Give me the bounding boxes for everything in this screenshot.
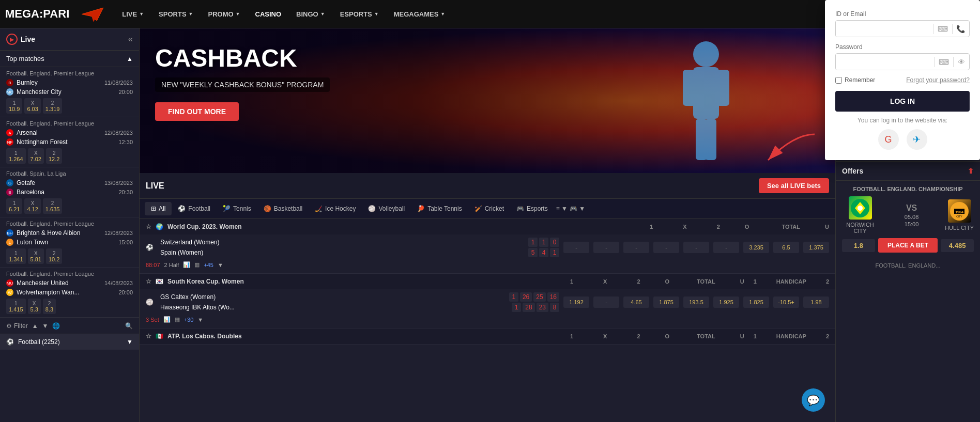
star-atp[interactable]: ☆	[146, 333, 151, 340]
sk-odds-u[interactable]: 1.98	[803, 296, 829, 308]
filter-button[interactable]: ⚙ Filter	[6, 322, 28, 330]
search-icon[interactable]: 🔍	[125, 322, 133, 330]
odds-2-x[interactable]: X7.02	[28, 148, 44, 164]
nav-esports[interactable]: ESPORTS▼	[334, 0, 385, 28]
id-email-input[interactable]	[836, 21, 933, 37]
odds-left-value[interactable]: 1.8	[842, 239, 875, 252]
sidebar-live-btn[interactable]: ▶ Live	[6, 34, 35, 45]
sk-odds-total[interactable]: -10.5+	[773, 296, 799, 308]
odds-4-2[interactable]: 210.2	[46, 248, 62, 264]
wc-stats-icon[interactable]: 📊	[183, 261, 190, 268]
tab-football[interactable]: ⚽ Football	[172, 202, 217, 215]
sort-down-icon[interactable]: ▼	[42, 322, 49, 330]
chevron-up-icon[interactable]: ▲	[127, 55, 133, 62]
gamepad-icon[interactable]: 🎮 ▼	[570, 205, 585, 212]
telegram-login-button[interactable]: ✈	[907, 129, 927, 150]
remember-check[interactable]: Remember	[835, 76, 875, 84]
nav-bingo[interactable]: BINGO▼	[290, 0, 331, 28]
wc-odds-1x[interactable]: -	[653, 242, 679, 253]
forgot-password-link[interactable]: Forgot your password?	[906, 76, 970, 84]
remember-checkbox[interactable]	[835, 77, 842, 84]
chat-bubble-button[interactable]: 💬	[802, 388, 825, 412]
wc-odds-2x[interactable]: -	[713, 242, 739, 253]
wc-odds-2[interactable]: -	[623, 242, 649, 253]
odds-5-1[interactable]: 11.415	[6, 299, 26, 314]
password-input[interactable]	[836, 54, 934, 70]
odds-1-x[interactable]: X6.03	[24, 98, 40, 114]
tab-tabletennis[interactable]: 🏓 Table Tennis	[411, 202, 468, 215]
sk-odds-2x[interactable]: 1.925	[713, 296, 739, 308]
star-southkorea[interactable]: ☆	[146, 278, 151, 285]
wc-odds-1[interactable]: -	[563, 242, 589, 253]
odds-5-2[interactable]: 28.3	[43, 299, 56, 314]
tab-tennis[interactable]: 🎾 Tennis	[217, 202, 257, 215]
odds-4-1[interactable]: 11.341	[6, 248, 26, 264]
sk-odds-1[interactable]: 1.192	[563, 296, 589, 308]
keyboard-icon[interactable]: ⌨	[933, 25, 952, 33]
odds-2-2[interactable]: 212.2	[46, 148, 62, 164]
nav-sports[interactable]: SPORTS▼	[152, 0, 199, 28]
collapse-sidebar-icon[interactable]: «	[128, 35, 133, 44]
login-button[interactable]: LOG IN	[835, 91, 970, 112]
nav-casino[interactable]: CASINO	[249, 0, 288, 28]
odds-3-x[interactable]: X4.12	[24, 198, 40, 214]
find-out-more-button[interactable]: FIND OUT MORE	[155, 102, 239, 121]
southkorea-info-row: 3 Set 📊 ▦ +30 ▼	[146, 314, 829, 325]
mancity-logo: MC	[6, 88, 13, 96]
event-southkorea: ☆ 🇰🇷 South Korea Cup. Women 1 X 2 O TOTA…	[140, 274, 835, 329]
sk-odds-o[interactable]: 1.825	[743, 296, 769, 308]
sk-stats-icon[interactable]: 📊	[163, 316, 171, 323]
google-login-button[interactable]: G	[878, 129, 899, 150]
see-all-live-button[interactable]: See all LIVE bets	[759, 178, 829, 193]
football-category[interactable]: ⚽ Football (2252) ▼	[0, 334, 139, 350]
tab-volleyball[interactable]: 🏐 Volleyball	[362, 202, 411, 215]
wc-bar-icon[interactable]: ▦	[194, 261, 200, 268]
nav-live[interactable]: LIVE▼	[116, 0, 150, 28]
dots-icon[interactable]: ⌨	[935, 58, 953, 66]
wc-more-bets[interactable]: +45	[204, 262, 213, 268]
odds-3-1[interactable]: 16.21	[6, 198, 22, 214]
tab-basketball[interactable]: 🏀 Basketball	[257, 202, 309, 215]
wc-odds-12[interactable]: -	[683, 242, 709, 253]
nav-megagames[interactable]: MEGAGAMES▼	[388, 0, 452, 28]
more-sports-icon[interactable]: ≡ ▼	[556, 205, 568, 212]
sk-odds-12[interactable]: 193.5	[683, 296, 709, 308]
globe-icon[interactable]: 🌐	[52, 322, 60, 330]
match1-time: 20:00	[118, 89, 133, 95]
sk-odds-x[interactable]: -	[593, 296, 619, 308]
wc-expand-icon[interactable]: ▼	[218, 262, 223, 268]
tab-cricket[interactable]: 🏏 Cricket	[468, 202, 510, 215]
place-bet-button[interactable]: PLACE A BET	[878, 238, 938, 253]
wc-odds-x[interactable]: -	[593, 242, 619, 253]
football-category-chevron: ▼	[127, 338, 133, 346]
sk-odds-1x[interactable]: 1.875	[653, 296, 679, 308]
wc-odds-o[interactable]: 3.235	[743, 242, 769, 253]
odds-5-x[interactable]: X5.3	[28, 299, 41, 314]
tennis-tab-icon: 🎾	[223, 205, 231, 212]
star-worldcup[interactable]: ☆	[146, 223, 151, 230]
sk-more-bets[interactable]: +30	[184, 317, 194, 323]
odds-1-2[interactable]: 21.319	[43, 98, 63, 114]
nav-promo[interactable]: PROMO▼	[202, 0, 246, 28]
tab-icehockey[interactable]: 🏒 Ice Hockey	[309, 202, 362, 215]
logo[interactable]: MEGA:PARI	[5, 7, 69, 21]
offers-chevron-icon[interactable]: ⬆	[968, 167, 974, 175]
sort-up-icon[interactable]: ▲	[32, 322, 38, 330]
cricket-tab-icon: 🏏	[474, 205, 482, 212]
odds-2-1[interactable]: 11.264	[6, 148, 26, 164]
odds-4-x[interactable]: X5.81	[28, 248, 44, 264]
odds-1-1[interactable]: 110.9	[6, 98, 22, 114]
odds-3-2[interactable]: 21.635	[43, 198, 63, 214]
tab-all[interactable]: ⊞ All	[145, 202, 172, 215]
eye-icon[interactable]: 👁	[954, 58, 969, 66]
wc-odds-u[interactable]: 1.375	[803, 242, 829, 253]
match-group-2: Football. England. Premier League A Arse…	[0, 117, 139, 167]
sk-odds-2[interactable]: 4.65	[623, 296, 649, 308]
wc-odds-total[interactable]: 6.5	[773, 242, 799, 253]
sk-expand-icon[interactable]: ▼	[197, 317, 203, 323]
phone-icon[interactable]: 📞	[952, 25, 969, 33]
sk-bar-icon[interactable]: ▦	[175, 316, 180, 323]
tab-esports[interactable]: 🎮 Esports	[510, 202, 554, 215]
match-row-getafe: G Getafe 13/08/2023	[0, 178, 139, 187]
odds-right-value[interactable]: 4.485	[941, 239, 974, 252]
